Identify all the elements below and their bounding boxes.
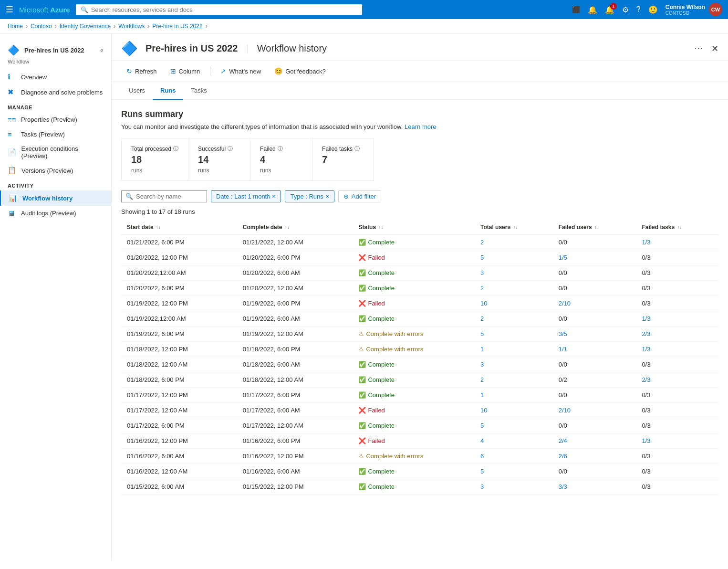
got-feedback-button[interactable]: 😊 Got feedback? [269,64,331,78]
cloud-shell-icon[interactable]: ⬛ [572,6,580,13]
successful-info-icon[interactable]: ⓘ [228,145,233,152]
date-filter-chip[interactable]: Date : Last 1 month ✕ [211,190,281,202]
more-options-btn[interactable]: ··· [695,44,704,53]
failed-tasks-link[interactable]: 1/3 [642,437,650,444]
cell-total-users[interactable]: 3 [475,479,553,495]
sidebar-item-versions[interactable]: 📋 Versions (Preview) [0,163,111,178]
sidebar-item-audit-logs[interactable]: 🖥 Audit logs (Preview) [0,206,111,221]
total-users-link[interactable]: 10 [480,300,487,307]
total-users-link[interactable]: 5 [480,254,484,261]
cell-total-users[interactable]: 2 [475,281,553,296]
column-button[interactable]: ⊞ Column [165,64,206,78]
cell-failed-tasks[interactable]: 0/3 [636,388,718,403]
col-complete-date[interactable]: Complete date ↑↓ [237,220,353,235]
cell-failed-tasks[interactable]: 0/3 [636,250,718,265]
total-users-link[interactable]: 2 [480,315,484,322]
cell-failed-tasks[interactable]: 1/3 [636,342,718,357]
tab-runs[interactable]: Runs [153,82,184,100]
cell-failed-tasks[interactable]: 0/3 [636,403,718,418]
cell-total-users[interactable]: 5 [475,464,553,479]
sort-start-date-icon[interactable]: ↑↓ [156,225,161,230]
cell-failed-tasks[interactable]: 0/3 [636,464,718,479]
col-total-users[interactable]: Total users ↑↓ [475,220,553,235]
failed-users-link[interactable]: 3/3 [559,483,567,490]
total-users-link[interactable]: 2 [480,284,484,292]
failed-users-link[interactable]: 1/1 [559,346,567,353]
sort-complete-date-icon[interactable]: ↑↓ [285,225,290,230]
failed-tasks-link[interactable]: 2/3 [642,376,650,383]
user-profile[interactable]: Connie Wilson CONTOSO CW [666,3,722,16]
col-failed-tasks[interactable]: Failed tasks ↑↓ [636,220,718,235]
failed-users-link[interactable]: 2/10 [559,407,571,414]
cell-failed-tasks[interactable]: 0/3 [636,296,718,311]
cell-total-users[interactable]: 5 [475,327,553,342]
cell-failed-users[interactable]: 0/0 [553,265,636,281]
total-users-link[interactable]: 3 [480,483,484,490]
col-failed-users[interactable]: Failed users ↑↓ [553,220,636,235]
cell-failed-users[interactable]: 0/0 [553,464,636,479]
search-input[interactable] [91,6,357,13]
sidebar-item-tasks[interactable]: ≡ Tasks (Preview) [0,127,111,142]
failed-tasks-link[interactable]: 2/3 [642,330,650,337]
total-users-link[interactable]: 2 [480,239,484,246]
breadcrumb-identity-governance[interactable]: Identity Governance [60,23,111,30]
cell-failed-users[interactable]: 2/10 [553,296,636,311]
cell-failed-users[interactable]: 2/4 [553,433,636,449]
cell-total-users[interactable]: 2 [475,235,553,250]
search-wrap[interactable]: 🔍 [121,190,207,202]
cell-failed-users[interactable]: 0/0 [553,235,636,250]
notification-bell-icon[interactable]: 🔔 1 [605,5,614,14]
total-users-link[interactable]: 5 [480,330,484,337]
failed-users-link[interactable]: 2/4 [559,437,567,444]
sidebar-item-overview[interactable]: ℹ Overview [0,69,111,84]
cell-total-users[interactable]: 4 [475,433,553,449]
sidebar-item-execution[interactable]: 📄 Execution conditions (Preview) [0,142,111,163]
cell-failed-users[interactable]: 2/6 [553,449,636,464]
cell-failed-users[interactable]: 1/5 [553,250,636,265]
col-start-date[interactable]: Start date ↑↓ [121,220,237,235]
failed-users-link[interactable]: 2/6 [559,453,567,460]
cell-failed-tasks[interactable]: 1/3 [636,235,718,250]
whats-new-button[interactable]: ↗ What's new [215,64,266,78]
cell-failed-tasks[interactable]: 2/3 [636,372,718,388]
type-chip-close-icon[interactable]: ✕ [325,194,329,199]
cell-failed-users[interactable]: 0/0 [553,357,636,372]
sort-failed-users-icon[interactable]: ↑↓ [594,225,599,230]
cell-total-users[interactable]: 6 [475,449,553,464]
cell-failed-users[interactable]: 0/2 [553,372,636,388]
refresh-button[interactable]: ↻ Refresh [121,64,162,78]
failed-users-link[interactable]: 1/5 [559,254,567,261]
total-users-link[interactable]: 4 [480,437,484,444]
cell-failed-users[interactable]: 0/0 [553,281,636,296]
total-users-link[interactable]: 1 [480,391,484,399]
sidebar-item-diagnose[interactable]: ✖ Diagnose and solve problems [0,84,111,100]
learn-more-link[interactable]: Learn more [405,123,436,130]
cell-failed-users[interactable]: 0/0 [553,418,636,433]
sidebar-item-properties[interactable]: ≡≡ Properties (Preview) [0,112,111,127]
failed-users-link[interactable]: 2/10 [559,300,571,307]
tab-tasks[interactable]: Tasks [183,82,214,100]
col-status[interactable]: Status ↑↓ [353,220,475,235]
sort-status-icon[interactable]: ↑↓ [378,225,383,230]
breadcrumb-pre-hire-2022[interactable]: Pre-hire in US 2022 [152,23,202,30]
failed-users-link[interactable]: 3/5 [559,330,567,337]
cell-total-users[interactable]: 5 [475,418,553,433]
total-processed-info-icon[interactable]: ⓘ [173,145,178,152]
cell-failed-users[interactable]: 3/3 [553,479,636,495]
cell-total-users[interactable]: 1 [475,342,553,357]
total-users-link[interactable]: 1 [480,346,484,353]
cell-failed-users[interactable]: 0/0 [553,311,636,327]
breadcrumb-home[interactable]: Home [8,23,23,30]
failed-tasks-info-icon[interactable]: ⓘ [354,145,360,152]
help-icon[interactable]: ? [636,5,641,14]
failed-tasks-link[interactable]: 1/3 [642,315,650,322]
failed-tasks-link[interactable]: 1/3 [642,346,650,353]
total-users-link[interactable]: 3 [480,269,484,276]
global-search-bar[interactable]: 🔍 [76,4,362,15]
cell-total-users[interactable]: 1 [475,388,553,403]
cell-failed-users[interactable]: 1/1 [553,342,636,357]
cell-failed-tasks[interactable]: 1/3 [636,433,718,449]
cell-failed-tasks[interactable]: 0/3 [636,479,718,495]
sidebar-item-workflow-history[interactable]: 📊 Workflow history [0,190,111,206]
cell-failed-tasks[interactable]: 2/3 [636,327,718,342]
